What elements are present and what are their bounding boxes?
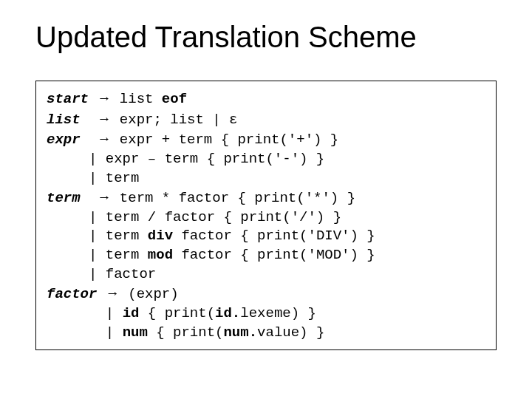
nonterminal-start: start: [47, 91, 89, 107]
keyword-mod: mod: [148, 247, 173, 263]
slide: Updated Translation Scheme start → list …: [0, 0, 532, 399]
rule-factor-3: | num { print(num.value) }: [47, 324, 324, 341]
keyword-num-dot: num.: [223, 324, 257, 341]
rule-factor-2: | id { print(id.lexeme) }: [47, 305, 316, 321]
rule-expr-1: expr → expr + term { print('+') }: [47, 132, 338, 148]
rule-factor-1: factor → (expr): [47, 286, 179, 302]
arrow-icon: →: [106, 285, 120, 301]
rule-term-5: | factor: [47, 266, 156, 282]
epsilon: ε: [229, 112, 237, 128]
terminal-eof: eof: [162, 91, 187, 107]
rule-start: start → list eof: [47, 91, 187, 107]
arrow-icon: →: [97, 189, 111, 205]
rule-expr-2: | expr – term { print('-') }: [47, 151, 324, 167]
rule-list: list → expr; list | ε: [47, 112, 237, 128]
nonterminal-expr: expr: [47, 132, 81, 148]
grammar-box: start → list eof list → expr; list | ε e…: [35, 81, 497, 350]
page-title: Updated Translation Scheme: [35, 21, 497, 54]
arrow-icon: →: [97, 90, 111, 106]
arrow-icon: →: [97, 111, 111, 126]
keyword-num: num: [123, 324, 148, 341]
nonterminal-list: list: [47, 112, 81, 128]
keyword-id-dot: id.: [215, 305, 240, 321]
keyword-div: div: [148, 228, 173, 244]
arrow-icon: →: [97, 131, 111, 146]
rule-term-3: | term div factor { print('DIV') }: [47, 228, 375, 244]
rule-term-1: term → term * factor { print('*') }: [47, 190, 355, 206]
rule-expr-3: | term: [47, 170, 139, 186]
keyword-id: id: [123, 305, 140, 321]
nonterminal-factor: factor: [47, 286, 97, 302]
rule-term-2: | term / factor { print('/') }: [47, 209, 341, 225]
nonterminal-term: term: [47, 190, 81, 206]
rule-term-4: | term mod factor { print('MOD') }: [47, 247, 375, 263]
